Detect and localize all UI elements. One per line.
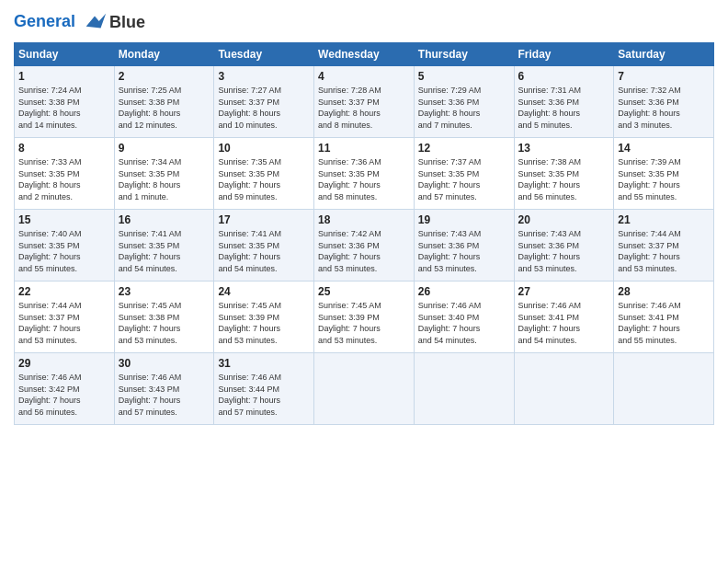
day-info: Sunrise: 7:43 AMSunset: 3:36 PMDaylight:…	[418, 228, 510, 274]
day-info: Sunrise: 7:38 AMSunset: 3:35 PMDaylight:…	[518, 156, 610, 202]
calendar-cell: 19Sunrise: 7:43 AMSunset: 3:36 PMDayligh…	[414, 210, 514, 282]
calendar-cell: 6Sunrise: 7:31 AMSunset: 3:36 PMDaylight…	[514, 66, 614, 138]
day-number: 27	[518, 285, 610, 298]
calendar-cell: 11Sunrise: 7:36 AMSunset: 3:35 PMDayligh…	[314, 138, 415, 210]
day-number: 25	[318, 285, 410, 298]
day-number: 18	[318, 213, 410, 226]
day-number: 4	[318, 70, 410, 83]
calendar-cell: 25Sunrise: 7:45 AMSunset: 3:39 PMDayligh…	[314, 282, 415, 353]
day-number: 13	[518, 142, 610, 155]
day-number: 2	[119, 70, 210, 83]
calendar-cell: 26Sunrise: 7:46 AMSunset: 3:40 PMDayligh…	[414, 282, 514, 353]
day-number: 16	[119, 213, 210, 226]
logo-blue: Blue	[109, 13, 145, 32]
day-info: Sunrise: 7:46 AMSunset: 3:41 PMDaylight:…	[618, 300, 710, 346]
day-number: 14	[618, 142, 710, 155]
day-info: Sunrise: 7:46 AMSunset: 3:42 PMDaylight:…	[18, 372, 110, 418]
day-info: Sunrise: 7:25 AMSunset: 3:38 PMDaylight:…	[119, 85, 210, 131]
calendar-cell: 16Sunrise: 7:41 AMSunset: 3:35 PMDayligh…	[114, 210, 214, 282]
calendar-cell: 7Sunrise: 7:32 AMSunset: 3:36 PMDaylight…	[614, 66, 714, 138]
logo-general: General	[14, 12, 75, 30]
calendar-week-row: 1Sunrise: 7:24 AMSunset: 3:38 PMDaylight…	[15, 66, 714, 138]
day-info: Sunrise: 7:35 AMSunset: 3:35 PMDaylight:…	[218, 156, 310, 202]
day-number: 24	[218, 285, 310, 298]
day-number: 30	[119, 357, 210, 370]
day-info: Sunrise: 7:41 AMSunset: 3:35 PMDaylight:…	[218, 228, 310, 274]
day-number: 31	[218, 357, 310, 370]
calendar-cell: 24Sunrise: 7:45 AMSunset: 3:39 PMDayligh…	[214, 282, 314, 353]
calendar-cell: 4Sunrise: 7:28 AMSunset: 3:37 PMDaylight…	[314, 66, 415, 138]
calendar-cell: 14Sunrise: 7:39 AMSunset: 3:35 PMDayligh…	[614, 138, 714, 210]
day-info: Sunrise: 7:46 AMSunset: 3:41 PMDaylight:…	[518, 300, 610, 346]
weekday-header-row: SundayMondayTuesdayWednesdayThursdayFrid…	[15, 43, 714, 66]
calendar-cell: 5Sunrise: 7:29 AMSunset: 3:36 PMDaylight…	[414, 66, 514, 138]
calendar-cell: 20Sunrise: 7:43 AMSunset: 3:36 PMDayligh…	[514, 210, 614, 282]
day-number: 11	[318, 142, 410, 155]
header: General Blue	[14, 9, 714, 35]
day-number: 26	[418, 285, 510, 298]
logo-bird-icon	[82, 9, 108, 35]
calendar-cell: 1Sunrise: 7:24 AMSunset: 3:38 PMDaylight…	[15, 66, 115, 138]
calendar-cell	[514, 353, 614, 425]
calendar-week-row: 15Sunrise: 7:40 AMSunset: 3:35 PMDayligh…	[15, 210, 714, 282]
calendar-week-row: 22Sunrise: 7:44 AMSunset: 3:37 PMDayligh…	[15, 282, 714, 353]
day-info: Sunrise: 7:45 AMSunset: 3:39 PMDaylight:…	[318, 300, 410, 346]
day-info: Sunrise: 7:29 AMSunset: 3:36 PMDaylight:…	[418, 85, 510, 131]
weekday-header: Monday	[114, 43, 214, 66]
calendar-cell: 18Sunrise: 7:42 AMSunset: 3:36 PMDayligh…	[314, 210, 415, 282]
calendar-cell: 10Sunrise: 7:35 AMSunset: 3:35 PMDayligh…	[214, 138, 314, 210]
day-number: 21	[618, 213, 710, 226]
day-number: 5	[418, 70, 510, 83]
weekday-header: Wednesday	[314, 43, 415, 66]
page-container: General Blue SundayMondayTuesdayWednesda…	[0, 0, 728, 434]
day-info: Sunrise: 7:39 AMSunset: 3:35 PMDaylight:…	[618, 156, 710, 202]
day-info: Sunrise: 7:24 AMSunset: 3:38 PMDaylight:…	[18, 85, 110, 131]
day-number: 19	[418, 213, 510, 226]
calendar-cell: 3Sunrise: 7:27 AMSunset: 3:37 PMDaylight…	[214, 66, 314, 138]
calendar-cell	[414, 353, 514, 425]
day-number: 15	[18, 213, 110, 226]
calendar-cell	[614, 353, 714, 425]
calendar-cell: 30Sunrise: 7:46 AMSunset: 3:43 PMDayligh…	[114, 353, 214, 425]
day-info: Sunrise: 7:46 AMSunset: 3:43 PMDaylight:…	[119, 372, 210, 418]
day-number: 20	[518, 213, 610, 226]
day-number: 6	[518, 70, 610, 83]
svg-marker-0	[86, 14, 106, 29]
calendar-cell: 8Sunrise: 7:33 AMSunset: 3:35 PMDaylight…	[15, 138, 115, 210]
day-info: Sunrise: 7:44 AMSunset: 3:37 PMDaylight:…	[18, 300, 110, 346]
day-number: 28	[618, 285, 710, 298]
day-info: Sunrise: 7:28 AMSunset: 3:37 PMDaylight:…	[318, 85, 410, 131]
day-info: Sunrise: 7:33 AMSunset: 3:35 PMDaylight:…	[18, 156, 110, 202]
day-number: 7	[618, 70, 710, 83]
calendar-cell: 17Sunrise: 7:41 AMSunset: 3:35 PMDayligh…	[214, 210, 314, 282]
calendar-cell: 2Sunrise: 7:25 AMSunset: 3:38 PMDaylight…	[114, 66, 214, 138]
day-number: 22	[18, 285, 110, 298]
day-number: 12	[418, 142, 510, 155]
day-info: Sunrise: 7:36 AMSunset: 3:35 PMDaylight:…	[318, 156, 410, 202]
weekday-header: Saturday	[614, 43, 714, 66]
day-number: 17	[218, 213, 310, 226]
weekday-header: Friday	[514, 43, 614, 66]
day-info: Sunrise: 7:37 AMSunset: 3:35 PMDaylight:…	[418, 156, 510, 202]
calendar-cell: 9Sunrise: 7:34 AMSunset: 3:35 PMDaylight…	[114, 138, 214, 210]
day-info: Sunrise: 7:32 AMSunset: 3:36 PMDaylight:…	[618, 85, 710, 131]
day-info: Sunrise: 7:44 AMSunset: 3:37 PMDaylight:…	[618, 228, 710, 274]
logo: General Blue	[14, 9, 145, 35]
calendar-cell	[314, 353, 415, 425]
day-info: Sunrise: 7:31 AMSunset: 3:36 PMDaylight:…	[518, 85, 610, 131]
weekday-header: Tuesday	[214, 43, 314, 66]
calendar-cell: 23Sunrise: 7:45 AMSunset: 3:38 PMDayligh…	[114, 282, 214, 353]
day-info: Sunrise: 7:40 AMSunset: 3:35 PMDaylight:…	[18, 228, 110, 274]
day-info: Sunrise: 7:43 AMSunset: 3:36 PMDaylight:…	[518, 228, 610, 274]
day-info: Sunrise: 7:41 AMSunset: 3:35 PMDaylight:…	[119, 228, 210, 274]
calendar-week-row: 29Sunrise: 7:46 AMSunset: 3:42 PMDayligh…	[15, 353, 714, 425]
calendar-cell: 27Sunrise: 7:46 AMSunset: 3:41 PMDayligh…	[514, 282, 614, 353]
calendar-cell: 31Sunrise: 7:46 AMSunset: 3:44 PMDayligh…	[214, 353, 314, 425]
weekday-header: Sunday	[15, 43, 115, 66]
day-number: 23	[119, 285, 210, 298]
calendar-cell: 21Sunrise: 7:44 AMSunset: 3:37 PMDayligh…	[614, 210, 714, 282]
day-info: Sunrise: 7:45 AMSunset: 3:39 PMDaylight:…	[218, 300, 310, 346]
day-info: Sunrise: 7:45 AMSunset: 3:38 PMDaylight:…	[119, 300, 210, 346]
calendar-cell: 29Sunrise: 7:46 AMSunset: 3:42 PMDayligh…	[15, 353, 115, 425]
calendar-table: SundayMondayTuesdayWednesdayThursdayFrid…	[14, 42, 714, 425]
